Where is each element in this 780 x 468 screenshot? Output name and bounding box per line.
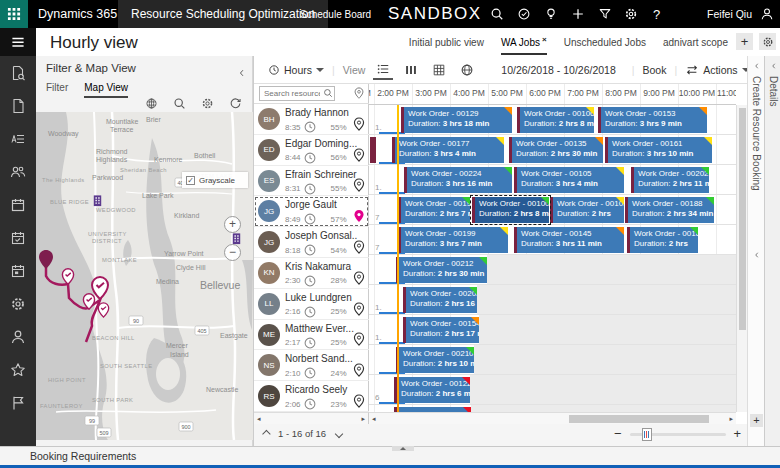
resource-row[interactable]: KN Kris Nakamura 2:3028% [254,258,369,289]
zoom-in-button[interactable]: + [734,427,742,441]
resource-row[interactable]: LL Luke Lundgren 2:1625% [254,289,369,320]
map-pin-icon[interactable] [352,148,366,162]
work-order-block[interactable]: Work Order - 00210 Duration: 2 hrs 10 mi… [396,347,474,373]
work-order-block[interactable]: Work Order - 00135 Duration: 2 hrs 30 mi… [509,137,603,163]
scroll-right-icon[interactable]: ▸ [729,415,733,423]
map-search-button[interactable] [173,94,186,112]
column-view-button[interactable] [401,60,421,78]
map-pin-icon[interactable] [353,87,365,99]
map-pin-icon[interactable] [352,240,366,254]
create-resource-booking-strip[interactable]: Create Resource Booking + [747,56,764,446]
sitemap-toggle-button[interactable] [0,28,36,56]
collapse-panel-icon[interactable] [237,63,247,81]
close-tab-icon[interactable]: × [542,35,547,44]
expand-handle[interactable] [392,446,414,451]
work-order-block[interactable]: Work Order - 00177 Duration: 3 hrs 4 min [392,137,504,163]
map[interactable]: WoodwayMountlakeTerraceBrierRichmondHigh… [36,112,253,440]
app-launcher-button[interactable] [0,0,28,28]
board-tab[interactable]: adnivart scope [663,31,728,53]
scroll-left-icon[interactable]: ◂ [372,415,376,423]
app-name[interactable]: Resource Scheduling Optimization [118,0,328,28]
board-settings-button[interactable] [759,33,776,50]
work-order-block[interactable]: Work Order - 00106 Duration: 2 hrs 8 min [517,107,594,133]
expand-panel-icon[interactable] [770,62,778,70]
date-range[interactable]: 10/26/2018 - 10/26/2018 [501,64,615,76]
add-booking-button[interactable]: + [750,414,763,427]
sidebar-item-page-search[interactable] [0,56,36,89]
book-button[interactable]: Book [643,64,667,76]
sidebar-item-calendar-range[interactable] [0,254,36,287]
sidebar-item-people[interactable] [0,155,36,188]
work-order-block[interactable]: Work Order - 00224 Duration: 3 hrs 16 mi… [404,167,512,193]
map-zoom-in-button[interactable]: + [224,216,241,233]
sidebar-item-person[interactable] [0,320,36,353]
resource-row[interactable]: NS Norbert Sand... 2:1024% [254,350,369,381]
map-pin-icon[interactable] [352,332,366,346]
scroll-right-icon[interactable]: ▸ [361,415,365,423]
scrollbar-thumb[interactable] [569,415,709,423]
resource-row[interactable]: BH Brady Hannon 8:3555% [254,104,369,135]
board-tab[interactable]: Initial public view [409,31,484,53]
list-view-button[interactable] [373,59,393,79]
resource-row[interactable]: ME Matthew Ever... 2:1725% [254,320,369,351]
map-pin-icon[interactable] [352,178,366,192]
expand-panel-icon[interactable] [753,62,761,70]
sidebar-item-calendar-check[interactable] [0,221,36,254]
scrollbar-thumb[interactable] [739,108,746,330]
resource-row[interactable]: JG Jorge Gault 8:4957% [254,196,369,227]
map-pin-icon[interactable] [352,363,366,377]
grayscale-toggle[interactable]: ✓Grayscale [182,172,248,188]
work-order-block[interactable]: Work Order - 00153 Duration: 3 hrs 9 min [598,107,707,133]
sidebar-item-list[interactable] [0,122,36,155]
resource-horizontal-scrollbar[interactable]: ◂▸ [254,412,369,424]
board-tab[interactable]: Unscheduled Jobs [564,31,646,53]
filter-button[interactable] [598,7,612,21]
work-order-block[interactable]: Work Order - 00101 Duration: 2 hrs [550,197,624,223]
sidebar-item-gear[interactable] [0,287,36,320]
task-check-button[interactable] [517,7,531,21]
sidebar-item-flag[interactable] [0,386,36,419]
help-button[interactable]: ? [653,7,660,22]
work-order-block[interactable]: Work Order - 00195 Duration: 2 hrs 7 min [398,197,470,223]
map-refresh-button[interactable] [229,94,242,112]
lightbulb-button[interactable] [544,7,558,21]
work-order-block[interactable]: Work Order - 00129 Duration: 3 hrs 18 mi… [401,107,512,133]
plus-button[interactable] [571,7,585,21]
map-gear-button[interactable] [201,94,214,112]
pager-down-icon[interactable] [335,429,343,437]
map-pin-icon[interactable] [352,117,366,131]
expand-panel-icon[interactable] [753,251,761,259]
map-pin-icon[interactable] [352,209,366,223]
sidebar-item-page[interactable] [0,89,36,122]
sidebar-item-calendar[interactable] [0,188,36,221]
work-order-block[interactable]: Work Order - 00186 Duration: 2 hrs [627,227,698,253]
work-order-block[interactable]: Work Order - 00145 Duration: 3 hrs 11 mi… [514,227,624,253]
work-order-block[interactable]: Work Order - 00203 Duration: 2 hrs 16 mi… [403,287,477,313]
work-order-block[interactable]: Work Order - 00202 Duration: 2 hrs 11 mi… [631,167,709,193]
user-menu[interactable]: Feifei Qiu [707,0,774,28]
pager-up-icon[interactable] [262,429,270,437]
grid-horizontal-scrollbar[interactable]: ◂▸ [369,412,736,424]
grid-view-button[interactable] [429,60,449,78]
building-icon[interactable] [233,233,240,244]
map-pin-icon[interactable] [352,271,366,285]
vertical-scrollbar[interactable] [736,105,747,412]
work-order-block[interactable]: Work Order - 00154 Duration: 2 hrs 17 mi… [403,317,479,343]
work-order-block[interactable]: Work Order - 00122 Duration: 2 hrs 6 min [394,377,470,403]
zoom-slider-thumb[interactable] [642,428,652,441]
search-button[interactable] [490,7,504,21]
map-zoom-out-button[interactable]: − [224,244,241,261]
map-view-button[interactable] [457,60,477,78]
gear-button[interactable] [624,7,638,21]
add-board-tab-button[interactable]: + [736,33,753,50]
resource-row[interactable]: JG Joseph Gonsal... 8:1854% [254,227,369,258]
work-order-block[interactable]: Work Order - 00161 Duration: 3 hrs 10 mi… [605,137,712,163]
work-order-block[interactable] [394,407,471,412]
booking-requirements-bar[interactable]: Booking Requirements [0,446,780,465]
time-scale-dropdown[interactable]: Hours [268,64,324,76]
scroll-left-icon[interactable]: ◂ [257,415,261,423]
sidebar-item-star[interactable] [0,353,36,386]
details-strip[interactable]: Details [764,56,780,446]
tab-map-view[interactable]: Map View [84,78,128,98]
work-order-block[interactable]: Work Order - 00188 Duration: 2 hrs 34 mi… [625,197,714,223]
